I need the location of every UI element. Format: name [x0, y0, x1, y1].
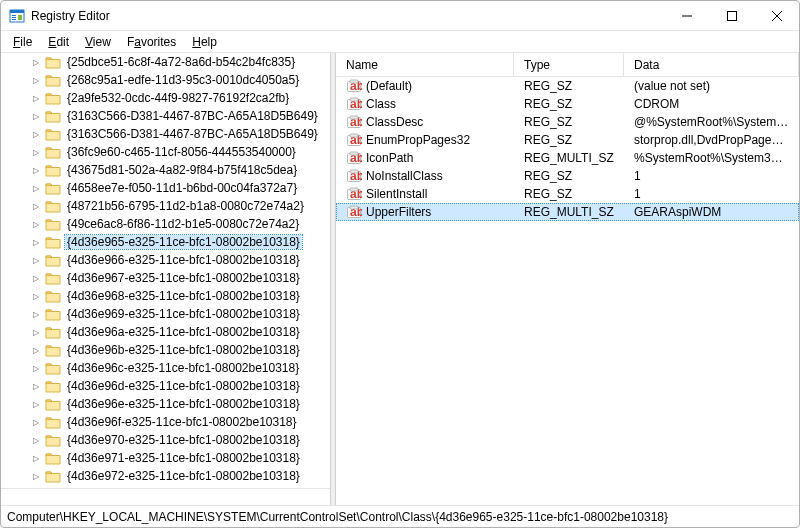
folder-icon: [45, 361, 61, 375]
value-name: IconPath: [366, 151, 413, 165]
titlebar[interactable]: Registry Editor: [1, 1, 799, 31]
expand-icon[interactable]: ▷: [29, 253, 43, 267]
tree-item[interactable]: ▷{4d36e96e-e325-11ce-bfc1-08002be10318}: [1, 395, 330, 413]
tree-item-label: {4d36e969-e325-11ce-bfc1-08002be10318}: [65, 307, 302, 321]
tree-item[interactable]: ▷{43675d81-502a-4a82-9f84-b75f418c5dea}: [1, 161, 330, 179]
value-type: REG_SZ: [514, 133, 624, 147]
value-row[interactable]: abIconPathREG_MULTI_SZ%SystemRoot%\Syste…: [336, 149, 799, 167]
expand-icon[interactable]: ▷: [29, 145, 43, 159]
tree-item[interactable]: ▷{25dbce51-6c8f-4a72-8a6d-b54c2b4fc835}: [1, 53, 330, 71]
tree-item-label: {49ce6ac8-6f86-11d2-b1e5-0080c72e74a2}: [65, 217, 301, 231]
value-name: SilentInstall: [366, 187, 427, 201]
expand-icon[interactable]: ▷: [29, 307, 43, 321]
expand-icon[interactable]: ▷: [29, 397, 43, 411]
column-header-type[interactable]: Type: [514, 53, 624, 76]
tree-item[interactable]: ▷{2a9fe532-0cdc-44f9-9827-76192f2ca2fb}: [1, 89, 330, 107]
tree-item[interactable]: ▷{268c95a1-edfe-11d3-95c3-0010dc4050a5}: [1, 71, 330, 89]
tree-item[interactable]: ▷{48721b56-6795-11d2-b1a8-0080c72e74a2}: [1, 197, 330, 215]
tree-item[interactable]: ▷{4d36e96a-e325-11ce-bfc1-08002be10318}: [1, 323, 330, 341]
expand-icon[interactable]: ▷: [29, 91, 43, 105]
expand-icon[interactable]: ▷: [29, 109, 43, 123]
tree-item[interactable]: ▷{36fc9e60-c465-11cf-8056-444553540000}: [1, 143, 330, 161]
tree-horizontal-scrollbar[interactable]: [1, 488, 330, 505]
expand-icon[interactable]: ▷: [29, 199, 43, 213]
svg-rect-21: [350, 134, 358, 137]
expand-icon[interactable]: ▷: [29, 361, 43, 375]
expand-icon[interactable]: ▷: [29, 469, 43, 483]
tree-item-label: {3163C566-D381-4467-87BC-A65A18D5B649}: [65, 109, 320, 123]
close-button[interactable]: [754, 1, 799, 31]
column-header-name[interactable]: Name: [336, 53, 514, 76]
tree-item[interactable]: ▷{4d36e96b-e325-11ce-bfc1-08002be10318}: [1, 341, 330, 359]
expand-icon[interactable]: ▷: [29, 271, 43, 285]
svg-rect-2: [12, 15, 16, 16]
expand-icon[interactable]: ▷: [29, 379, 43, 393]
svg-rect-30: [350, 188, 358, 191]
folder-icon: [45, 469, 61, 483]
window-title: Registry Editor: [25, 9, 664, 23]
folder-icon: [45, 55, 61, 69]
folder-icon: [45, 73, 61, 87]
expand-icon[interactable]: ▷: [29, 55, 43, 69]
tree-item[interactable]: ▷{4d36e969-e325-11ce-bfc1-08002be10318}: [1, 305, 330, 323]
folder-icon: [45, 289, 61, 303]
folder-icon: [45, 343, 61, 357]
folder-icon: [45, 181, 61, 195]
tree-item[interactable]: ▷{4d36e968-e325-11ce-bfc1-08002be10318}: [1, 287, 330, 305]
expand-icon[interactable]: ▷: [29, 235, 43, 249]
tree-item[interactable]: ▷{4d36e96c-e325-11ce-bfc1-08002be10318}: [1, 359, 330, 377]
expand-icon[interactable]: ▷: [29, 433, 43, 447]
string-value-icon: ab: [346, 150, 362, 166]
tree-item[interactable]: ▷{4d36e965-e325-11ce-bfc1-08002be10318}: [1, 233, 330, 251]
tree-item[interactable]: ▷{3163C566-D381-4467-87BC-A65A18D5B649}: [1, 107, 330, 125]
expand-icon[interactable]: ▷: [29, 325, 43, 339]
maximize-button[interactable]: [709, 1, 754, 31]
tree-item[interactable]: ▷{4d36e970-e325-11ce-bfc1-08002be10318}: [1, 431, 330, 449]
tree-item[interactable]: ▷{4d36e96f-e325-11ce-bfc1-08002be10318}: [1, 413, 330, 431]
minimize-button[interactable]: [664, 1, 709, 31]
statusbar: Computer\HKEY_LOCAL_MACHINE\SYSTEM\Curre…: [1, 505, 799, 527]
tree-item[interactable]: ▷{3163C566-D381-4467-87BC-A65A18D5B649}: [1, 125, 330, 143]
tree-scroll[interactable]: ▷{25dbce51-6c8f-4a72-8a6d-b54c2b4fc835}▷…: [1, 53, 330, 488]
tree-item-label: {25dbce51-6c8f-4a72-8a6d-b54c2b4fc835}: [65, 55, 297, 69]
value-row[interactable]: abEnumPropPages32REG_SZstorprop.dll,DvdP…: [336, 131, 799, 149]
menu-edit[interactable]: Edit: [40, 33, 77, 51]
expand-icon[interactable]: ▷: [29, 343, 43, 357]
value-row[interactable]: abClassREG_SZCDROM: [336, 95, 799, 113]
value-row[interactable]: abSilentInstallREG_SZ1: [336, 185, 799, 203]
tree-item-label: {4d36e971-e325-11ce-bfc1-08002be10318}: [65, 451, 302, 465]
expand-icon[interactable]: ▷: [29, 451, 43, 465]
expand-icon[interactable]: ▷: [29, 127, 43, 141]
tree-item[interactable]: ▷{49ce6ac8-6f86-11d2-b1e5-0080c72e74a2}: [1, 215, 330, 233]
folder-icon: [45, 127, 61, 141]
value-row[interactable]: ab(Default)REG_SZ(value not set): [336, 77, 799, 95]
string-value-icon: ab: [346, 186, 362, 202]
expand-icon[interactable]: ▷: [29, 415, 43, 429]
menu-help[interactable]: Help: [184, 33, 225, 51]
value-data: 1: [624, 187, 799, 201]
expand-icon[interactable]: ▷: [29, 181, 43, 195]
expand-icon[interactable]: ▷: [29, 217, 43, 231]
expand-icon[interactable]: ▷: [29, 163, 43, 177]
tree-item[interactable]: ▷{4d36e972-e325-11ce-bfc1-08002be10318}: [1, 467, 330, 485]
menu-file[interactable]: File: [5, 33, 40, 51]
content-area: ▷{25dbce51-6c8f-4a72-8a6d-b54c2b4fc835}▷…: [1, 53, 799, 505]
tree-item[interactable]: ▷{4d36e966-e325-11ce-bfc1-08002be10318}: [1, 251, 330, 269]
menu-view[interactable]: View: [77, 33, 119, 51]
list-body[interactable]: ab(Default)REG_SZ(value not set)abClassR…: [336, 77, 799, 505]
list-pane: Name Type Data ab(Default)REG_SZ(value n…: [335, 53, 799, 505]
tree-item[interactable]: ▷{4d36e96d-e325-11ce-bfc1-08002be10318}: [1, 377, 330, 395]
value-row[interactable]: abNoInstallClassREG_SZ1: [336, 167, 799, 185]
expand-icon[interactable]: ▷: [29, 73, 43, 87]
folder-icon: [45, 379, 61, 393]
string-value-icon: ab: [346, 204, 362, 220]
tree-item[interactable]: ▷{4658ee7e-f050-11d1-b6bd-00c04fa372a7}: [1, 179, 330, 197]
expand-icon[interactable]: ▷: [29, 289, 43, 303]
svg-rect-1: [10, 10, 24, 13]
value-row[interactable]: abUpperFiltersREG_MULTI_SZGEARAspiWDM: [336, 203, 799, 221]
column-header-data[interactable]: Data: [624, 53, 799, 76]
tree-item[interactable]: ▷{4d36e967-e325-11ce-bfc1-08002be10318}: [1, 269, 330, 287]
menu-favorites[interactable]: Favorites: [119, 33, 184, 51]
value-row[interactable]: abClassDescREG_SZ@%SystemRoot%\System32\…: [336, 113, 799, 131]
tree-item[interactable]: ▷{4d36e971-e325-11ce-bfc1-08002be10318}: [1, 449, 330, 467]
